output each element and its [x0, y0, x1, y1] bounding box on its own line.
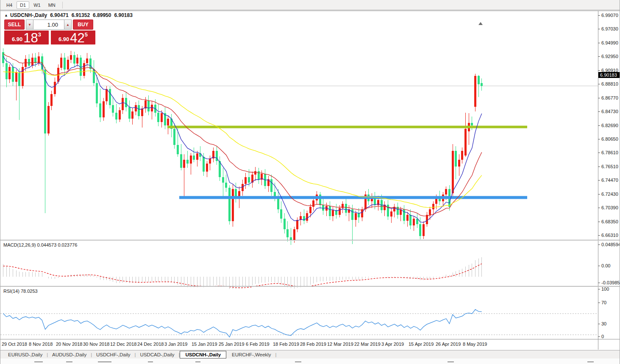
- close-value: 6.90183: [114, 12, 132, 18]
- price-axis-label: 6.84730: [601, 109, 618, 114]
- date-axis-label: 3 Jan 2019: [164, 342, 187, 347]
- macd-axis-tick: [598, 245, 600, 245]
- price-axis-tick: [598, 84, 600, 84]
- volume-decrease-button[interactable]: ▼: [26, 19, 33, 30]
- tab-usdcnh-daily[interactable]: USDCNH-,Daily: [180, 351, 226, 358]
- sell-price-box[interactable]: 6.90 18 3: [4, 31, 49, 44]
- rsi-label: RSI(14) 78.0253: [3, 289, 38, 294]
- rsi-axis-label: 100: [601, 286, 609, 292]
- date-axis-label: 8 Nov 2018: [29, 342, 53, 347]
- window-fragment: [34, 361, 43, 362]
- price-axis-label: 6.86770: [601, 95, 618, 100]
- date-axis-label: 29 Oct 2018: [2, 342, 27, 347]
- timeframe-button-mn[interactable]: MN: [45, 1, 59, 9]
- chart-window: [0, 11, 620, 364]
- tab-usdchf-daily[interactable]: USDCHF-,Daily: [92, 351, 135, 358]
- toolbar-separator: [62, 2, 63, 8]
- price-axis-label: 6.72430: [601, 192, 618, 197]
- open-value: 6.90471: [50, 12, 68, 18]
- window-fragment: [66, 361, 72, 362]
- current-price-tag: 6.90183: [598, 72, 620, 78]
- price-axis-tick: [598, 167, 600, 167]
- high-value: 6.91352: [72, 12, 90, 18]
- window-fragment: [195, 361, 200, 362]
- date-axis-label: 12 Mar 2019: [327, 342, 353, 347]
- date-axis-label: 26 Apr 2019: [436, 342, 461, 347]
- price-axis-label: 6.70390: [601, 205, 618, 210]
- price-axis-tick: [598, 15, 600, 16]
- price-axis-label: 6.74470: [601, 178, 618, 183]
- macd-label: MACD(12,26,9) 0.044573 0.023776: [3, 242, 77, 247]
- buy-price-prefix: 6.90: [58, 36, 69, 44]
- date-axis-label: 24 Dec 2018: [137, 342, 164, 347]
- price-axis-tick: [598, 153, 600, 153]
- sell-price-prefix: 6.90: [12, 36, 22, 44]
- price-axis-tick: [598, 139, 600, 139]
- price-axis-label: 6.82690: [601, 123, 618, 128]
- rsi-axis-label: 30: [601, 321, 606, 326]
- macd-axis-label: -0.039856: [601, 280, 620, 285]
- price-axis-tick: [598, 56, 600, 57]
- price-axis-tick: [598, 222, 600, 222]
- price-axis-label: 6.66310: [601, 233, 618, 238]
- buy-price-box[interactable]: 6.90 42 5: [51, 31, 95, 44]
- macd-panel-canvas[interactable]: [0, 251, 620, 297]
- price-axis-tick: [598, 111, 600, 112]
- low-value: 6.89950: [93, 12, 111, 18]
- sell-button[interactable]: SELL: [4, 19, 25, 30]
- date-axis-label: 3 Apr 2019: [381, 342, 404, 347]
- tab-usdcad-daily[interactable]: USDCAD-,Daily: [136, 351, 178, 358]
- price-axis-label: 6.88810: [601, 81, 618, 86]
- date-axis-label: 18 Feb 2019: [273, 342, 299, 347]
- rsi-axis-tick: [598, 303, 600, 303]
- mt4-terminal: { "toolbar": { "timeframes": [ {"label":…: [0, 0, 620, 364]
- tab-eurchf-weekly[interactable]: EURCHF-,Weekly: [228, 351, 275, 358]
- chart-title: ▲USDCNH-,Daily6.904716.913526.899506.901…: [4, 12, 133, 18]
- price-axis-tick: [598, 70, 600, 71]
- sell-price-sup: 3: [38, 31, 41, 38]
- window-fragment: [295, 361, 301, 362]
- price-chart-canvas[interactable]: [0, 22, 620, 251]
- buy-price-sup: 5: [85, 31, 88, 38]
- rsi-axis-tick: [598, 289, 600, 289]
- volume-increase-button[interactable]: ▲: [64, 19, 72, 30]
- price-axis-label: 6.97030: [601, 26, 618, 31]
- macd-axis-tick: [598, 283, 600, 283]
- price-axis-label: 6.80650: [601, 136, 618, 142]
- macd-axis-label: 0.048594: [601, 242, 620, 247]
- price-axis-label: 6.76510: [601, 164, 618, 169]
- buy-button[interactable]: BUY: [73, 19, 93, 30]
- date-axis-label: 30 Nov 2018: [83, 342, 109, 347]
- tab-eurusd-daily[interactable]: EURUSD-,Daily: [4, 351, 47, 358]
- price-axis-tick: [598, 43, 600, 43]
- date-axis-separator: [0, 339, 620, 339]
- tab-audusd-daily[interactable]: AUDUSD-,Daily: [48, 351, 91, 358]
- date-axis-label: 15 Apr 2019: [409, 342, 434, 347]
- collapse-panel-icon[interactable]: ▲: [4, 13, 8, 17]
- timeframe-toolbar: H4D1W1MN: [0, 0, 620, 10]
- rsi-axis-tick: [598, 336, 600, 337]
- price-axis-tick: [598, 208, 600, 208]
- price-axis-label: 6.78610: [601, 150, 618, 155]
- price-axis-label: 6.68350: [601, 219, 618, 224]
- date-axis-label: 20 Nov 2018: [56, 342, 82, 347]
- chart-tab-bar: EURUSD-,Daily|AUDUSD-,Daily|USDCHF-,Dail…: [0, 350, 620, 358]
- price-axis-tick: [598, 125, 600, 126]
- rsi-axis-label: 70: [601, 300, 606, 305]
- date-axis-label: 25 Jan 2019: [219, 342, 245, 347]
- timeframe-button-w1[interactable]: W1: [30, 1, 44, 9]
- symbol-period-label: USDCNH-,Daily: [10, 12, 47, 18]
- volume-input[interactable]: 1.00: [33, 19, 64, 30]
- macd-axis-label: 0.00: [601, 263, 610, 268]
- sell-price-big: 18: [23, 31, 38, 44]
- timeframe-button-h4[interactable]: H4: [3, 1, 16, 9]
- one-click-trading-panel: SELL ▼ 1.00 ▲ BUY 6.90 18 3 6.90 42 5: [4, 19, 96, 44]
- price-axis-tick: [598, 180, 600, 181]
- buy-price-big: 42: [70, 31, 84, 44]
- timeframe-button-d1[interactable]: D1: [17, 1, 29, 9]
- price-axis-label: 6.90910: [601, 68, 618, 73]
- window-fragment: [148, 361, 153, 362]
- price-axis-tick: [598, 98, 600, 98]
- rsi-axis-tick: [598, 324, 600, 324]
- window-fragment: [587, 361, 594, 362]
